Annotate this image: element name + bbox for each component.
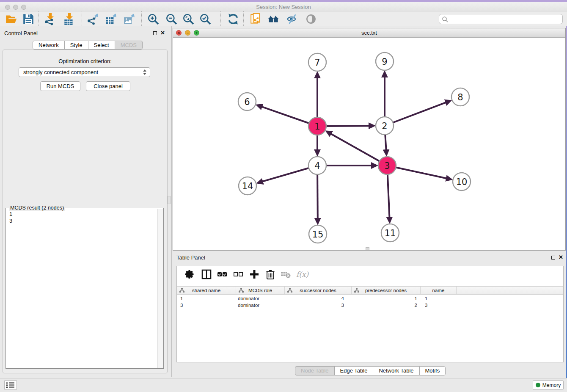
import-network-icon[interactable]: [44, 13, 56, 25]
node-9[interactable]: 9: [376, 52, 394, 70]
zoom-out-icon[interactable]: [165, 13, 178, 25]
unselect-all-columns-icon[interactable]: [233, 269, 244, 280]
export-image-icon[interactable]: [123, 13, 136, 25]
table-row[interactable]: 3dominator323: [177, 302, 563, 309]
tab-mcds[interactable]: MCDS: [115, 41, 143, 50]
tab-node-table[interactable]: Node Table: [295, 366, 335, 375]
cell-shared-name[interactable]: 1: [177, 295, 236, 302]
network-window-titlebar: ✕ − + scc.txt: [173, 28, 565, 38]
save-icon[interactable]: [22, 13, 35, 25]
cell-mcds-role[interactable]: dominator: [236, 302, 285, 309]
run-mcds-button[interactable]: Run MCDS: [40, 81, 80, 91]
column-header-predecessor-nodes[interactable]: predecessor nodes: [352, 287, 421, 294]
svg-text:9: 9: [382, 57, 387, 67]
search-input[interactable]: [450, 15, 560, 23]
network-canvas[interactable]: 1234678910111415: [173, 38, 565, 250]
export-network-icon[interactable]: [87, 13, 99, 25]
zoom-in-icon[interactable]: [147, 13, 160, 25]
close-window-icon[interactable]: ✕: [176, 30, 182, 36]
cell-name[interactable]: 3: [421, 302, 457, 309]
edge-3-1[interactable]: [331, 134, 387, 166]
column-header-successor-nodes[interactable]: successor nodes: [285, 287, 352, 294]
cell-predecessor-nodes[interactable]: 1: [352, 295, 421, 302]
close-traffic-icon[interactable]: [5, 5, 10, 10]
cell-successor-nodes[interactable]: 4: [285, 295, 352, 302]
table-settings-gear-icon[interactable]: [184, 269, 195, 280]
close-panel-icon[interactable]: ✕: [160, 30, 165, 36]
maximize-traffic-icon[interactable]: [21, 5, 26, 10]
cell-shared-name[interactable]: 3: [177, 302, 236, 309]
select-arrows-icon: [143, 69, 146, 75]
eye-icon[interactable]: [305, 13, 317, 25]
cell-name[interactable]: 1: [421, 295, 457, 302]
mcds-panel: Optimization criterion: strongly connect…: [3, 50, 168, 373]
svg-text:6: 6: [244, 97, 250, 107]
tab-network[interactable]: Network: [33, 41, 65, 50]
tab-motifs[interactable]: Motifs: [419, 366, 446, 375]
network-graph: 1234678910111415: [173, 38, 565, 250]
minimize-traffic-icon[interactable]: [13, 5, 18, 10]
zoom-fit-icon[interactable]: [182, 13, 195, 25]
control-panel-tabs: NetworkStyleSelectMCDS: [33, 41, 143, 50]
task-history-list-icon[interactable]: [4, 380, 17, 390]
zoom-selected-icon[interactable]: [199, 13, 212, 25]
svg-text:7: 7: [314, 58, 320, 68]
float-panel-icon[interactable]: [153, 31, 157, 35]
toolbar-separator: [38, 11, 39, 26]
node-15[interactable]: 15: [309, 225, 327, 243]
ndex-home-icon[interactable]: [267, 13, 280, 25]
network-from-file-icon[interactable]: [250, 13, 262, 25]
node-14[interactable]: 14: [239, 177, 256, 195]
import-table-icon[interactable]: [63, 13, 75, 25]
node-8[interactable]: 8: [451, 88, 469, 106]
node-11[interactable]: 11: [381, 224, 399, 242]
tab-network-table[interactable]: Network Table: [373, 366, 419, 375]
optimization-criterion-select[interactable]: strongly connected component: [19, 67, 150, 77]
hide-graphics-details-icon[interactable]: [286, 13, 299, 25]
node-3[interactable]: 3: [378, 157, 396, 174]
refresh-icon[interactable]: [227, 13, 239, 25]
memory-label: Memory: [542, 382, 561, 388]
table-row[interactable]: 1dominator411: [177, 295, 563, 302]
node-7[interactable]: 7: [308, 53, 326, 71]
node-1[interactable]: 1: [308, 117, 326, 135]
svg-text:8: 8: [457, 92, 463, 102]
node-2[interactable]: 2: [376, 117, 394, 135]
tab-select[interactable]: Select: [88, 41, 115, 50]
show-column-icon[interactable]: [201, 269, 212, 280]
tab-style[interactable]: Style: [64, 41, 88, 50]
mcds-result-item: 3: [9, 218, 12, 224]
column-header-mcds-role[interactable]: MCDS role: [236, 287, 285, 294]
toolbar-separator: [82, 11, 82, 26]
node-10[interactable]: 10: [453, 173, 471, 190]
open-folder-icon[interactable]: [5, 13, 18, 25]
export-table-icon[interactable]: [105, 13, 118, 25]
column-tree-icon: [179, 288, 184, 293]
column-header-label: name: [432, 288, 445, 293]
close-table-panel-icon[interactable]: ✕: [559, 254, 563, 260]
svg-text:2: 2: [382, 121, 387, 131]
cell-mcds-role[interactable]: dominator: [236, 295, 285, 302]
float-table-panel-icon[interactable]: [551, 256, 555, 259]
minimize-window-icon[interactable]: −: [185, 30, 190, 36]
cell-predecessor-nodes[interactable]: 2: [352, 302, 421, 309]
scrollbar[interactable]: [157, 209, 163, 368]
node-4[interactable]: 4: [308, 157, 326, 174]
select-all-columns-icon[interactable]: [217, 269, 228, 280]
maximize-window-icon[interactable]: +: [194, 30, 199, 36]
tab-edge-table[interactable]: Edge Table: [334, 366, 374, 375]
create-column-plus-icon[interactable]: [249, 269, 260, 280]
window-title: Session: New Session: [0, 2, 567, 12]
column-header-shared-name[interactable]: shared name: [177, 287, 236, 294]
delete-column-trash-icon[interactable]: [265, 269, 276, 280]
memory-button[interactable]: Memory: [533, 380, 564, 390]
control-panel: Control Panel ✕ NetworkStyleSelectMCDS O…: [0, 26, 171, 377]
cell-successor-nodes[interactable]: 3: [285, 302, 352, 309]
close-panel-button[interactable]: Close panel: [86, 81, 130, 91]
edge-2-8[interactable]: [385, 102, 446, 126]
column-header-name[interactable]: name: [421, 287, 457, 294]
panel-divider-handle[interactable]: [168, 196, 171, 204]
column-header-label: successor nodes: [300, 288, 336, 293]
canvas-splitter-handle[interactable]: [366, 247, 369, 250]
node-6[interactable]: 6: [238, 93, 256, 110]
